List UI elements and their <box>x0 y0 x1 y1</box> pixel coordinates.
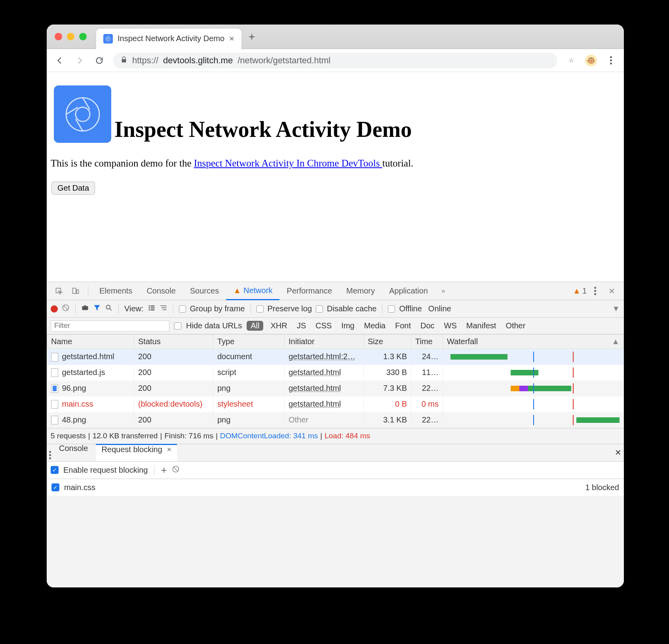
preserve-log-checkbox[interactable] <box>257 305 264 313</box>
table-row[interactable]: 96.png 200 png getstarted.html 7.3 KB 22… <box>47 381 624 396</box>
hide-data-urls-label: Hide data URLs <box>186 321 242 330</box>
col-name[interactable]: Name <box>47 335 134 349</box>
filter-type-doc[interactable]: Doc <box>418 321 437 330</box>
table-row[interactable]: getstarted.html 200 document getstarted.… <box>47 349 624 365</box>
intro-link[interactable]: Inspect Network Activity In Chrome DevTo… <box>194 158 382 169</box>
cell-size: 1.3 KB <box>364 349 411 365</box>
inspect-element-icon[interactable] <box>52 284 66 298</box>
filter-type-font[interactable]: Font <box>393 321 413 330</box>
filter-type-media[interactable]: Media <box>361 321 388 330</box>
col-status[interactable]: Status <box>134 335 213 349</box>
drawer-tab-close-icon[interactable]: × <box>167 445 171 454</box>
cell-name: getstarted.html <box>62 352 114 361</box>
group-by-frame-checkbox[interactable] <box>179 305 186 313</box>
maximize-window-button[interactable] <box>79 33 87 40</box>
clear-button[interactable] <box>62 304 70 314</box>
tab-network[interactable]: ▲Network <box>226 282 279 300</box>
filter-toggle-icon[interactable] <box>93 304 101 314</box>
record-button[interactable] <box>51 305 58 313</box>
remove-all-patterns-button[interactable] <box>172 465 180 475</box>
drawer-close-button[interactable]: ✕ <box>615 448 621 457</box>
col-type[interactable]: Type <box>213 335 285 349</box>
warning-count: 1 <box>582 286 587 295</box>
filter-input[interactable] <box>51 320 169 331</box>
address-bar[interactable]: https://devtools.glitch.me/network/getst… <box>113 53 557 68</box>
filter-type-all[interactable]: All <box>247 321 263 331</box>
warnings-badge[interactable]: ▲1 <box>573 286 587 295</box>
tab-sources[interactable]: Sources <box>183 282 226 300</box>
view-frames-icon[interactable] <box>160 304 167 314</box>
intro-text-pre: This is the companion demo for the <box>51 158 194 169</box>
drawer-tab-request-blocking[interactable]: Request blocking × <box>96 444 177 461</box>
url-host: devtools.glitch.me <box>163 55 233 66</box>
forward-button[interactable] <box>74 55 86 66</box>
page-intro: This is the companion demo for the Inspe… <box>47 143 624 169</box>
online-label[interactable]: Online <box>428 304 451 313</box>
cell-size: 3.1 KB <box>364 412 411 428</box>
tab-memory[interactable]: Memory <box>339 282 382 300</box>
capture-screenshots-icon[interactable] <box>81 304 89 314</box>
network-toolbar: View: Group by frame Preserve log Disabl… <box>47 300 624 318</box>
browser-window: Inspect Network Activity Demo × + https:… <box>47 25 624 587</box>
col-time[interactable]: Time <box>411 335 443 349</box>
cell-initiator[interactable]: getstarted.html:2… <box>285 349 364 365</box>
offline-checkbox[interactable] <box>388 305 395 313</box>
pattern-enabled-checkbox[interactable]: ✓ <box>51 483 59 491</box>
cell-time: 22… <box>411 412 443 428</box>
hide-data-urls-checkbox[interactable] <box>174 322 181 330</box>
cell-initiator[interactable]: getstarted.html <box>285 365 364 381</box>
bookmark-star-icon[interactable]: ☆ <box>565 55 577 66</box>
filter-type-manifest[interactable]: Manifest <box>464 321 499 330</box>
devtools-tabs: Elements Console Sources ▲Network Perfor… <box>47 282 624 300</box>
devtools-menu-button[interactable] <box>588 284 602 298</box>
cell-initiator[interactable]: getstarted.html <box>285 396 364 412</box>
cell-status: (blocked:devtools) <box>134 396 213 412</box>
cell-type: png <box>213 381 285 396</box>
profile-avatar[interactable]: 🐵 <box>585 55 597 66</box>
tab-application[interactable]: Application <box>382 282 435 300</box>
filter-type-js[interactable]: JS <box>295 321 308 330</box>
back-button[interactable] <box>54 55 66 66</box>
view-list-icon[interactable] <box>148 304 156 314</box>
drawer-menu-button[interactable] <box>49 446 51 459</box>
blocking-pattern-row[interactable]: ✓ main.css 1 blocked <box>47 479 624 496</box>
tabs-overflow-button[interactable]: » <box>437 284 450 298</box>
col-size[interactable]: Size <box>364 335 411 349</box>
tab-elements[interactable]: Elements <box>92 282 139 300</box>
get-data-button[interactable]: Get Data <box>51 182 95 195</box>
request-blocking-toolbar: ✓ Enable request blocking + <box>47 462 624 479</box>
reload-button[interactable] <box>93 55 105 66</box>
tab-performance[interactable]: Performance <box>279 282 339 300</box>
warning-triangle-icon: ▲ <box>573 286 581 295</box>
cell-status: 200 <box>134 381 213 396</box>
tab-console[interactable]: Console <box>139 282 182 300</box>
add-pattern-button[interactable]: + <box>161 464 167 476</box>
table-row[interactable]: 48.png 200 png Other 3.1 KB 22… <box>47 412 624 428</box>
devtools-close-button[interactable]: ✕ <box>605 284 618 298</box>
search-icon[interactable] <box>105 304 113 314</box>
minimize-window-button[interactable] <box>67 33 74 40</box>
filter-type-ws[interactable]: WS <box>442 321 459 330</box>
col-initiator[interactable]: Initiator <box>285 335 364 349</box>
tab-close-icon[interactable]: × <box>229 34 234 44</box>
toggle-device-icon[interactable] <box>69 284 82 298</box>
svg-point-2 <box>66 98 99 131</box>
filter-type-img[interactable]: Img <box>339 321 357 330</box>
cell-initiator[interactable]: Other <box>285 412 364 428</box>
col-waterfall[interactable]: Waterfall▲ <box>443 335 624 349</box>
new-tab-button[interactable]: + <box>249 30 255 43</box>
browser-tab[interactable]: Inspect Network Activity Demo × <box>96 28 241 49</box>
filter-type-xhr[interactable]: XHR <box>268 321 289 330</box>
close-window-button[interactable] <box>55 33 62 40</box>
disable-cache-checkbox[interactable] <box>316 305 323 313</box>
cell-initiator[interactable]: getstarted.html <box>285 381 364 396</box>
filter-type-other[interactable]: Other <box>503 321 528 330</box>
browser-menu-button[interactable] <box>605 55 617 66</box>
table-row[interactable]: main.css (blocked:devtools) stylesheet g… <box>47 396 624 412</box>
drawer-tab-console[interactable]: Console <box>53 444 93 461</box>
filter-type-css[interactable]: CSS <box>313 321 334 330</box>
svg-rect-15 <box>150 309 154 311</box>
throttling-dropdown-icon[interactable]: ▼ <box>612 304 620 313</box>
enable-request-blocking-checkbox[interactable]: ✓ <box>51 466 59 474</box>
table-row[interactable]: getstarted.js 200 script getstarted.html… <box>47 365 624 381</box>
